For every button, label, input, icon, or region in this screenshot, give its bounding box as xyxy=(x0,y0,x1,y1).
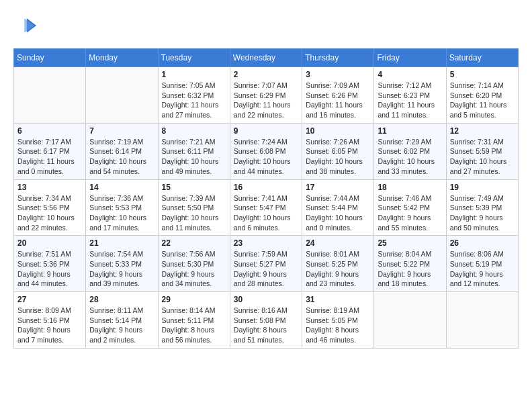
day-info: Sunrise: 8:16 AMSunset: 5:08 PMDaylight:… xyxy=(234,306,298,345)
day-number: 1 xyxy=(162,70,226,79)
calendar-cell: 29Sunrise: 8:14 AMSunset: 5:11 PMDayligh… xyxy=(158,292,230,349)
day-info: Sunrise: 7:54 AMSunset: 5:33 PMDaylight:… xyxy=(89,249,154,289)
day-info: Sunrise: 7:36 AMSunset: 5:53 PMDaylight:… xyxy=(89,193,154,233)
day-info: Sunrise: 7:17 AMSunset: 6:17 PMDaylight:… xyxy=(17,137,82,177)
day-number: 15 xyxy=(162,183,226,192)
calendar-cell: 16Sunrise: 7:41 AMSunset: 5:47 PMDayligh… xyxy=(230,179,302,236)
day-number: 21 xyxy=(89,238,154,248)
calendar-week-row: 20Sunrise: 7:51 AMSunset: 5:36 PMDayligh… xyxy=(14,236,519,292)
page-header xyxy=(13,13,519,38)
day-number: 11 xyxy=(378,126,442,136)
day-info: Sunrise: 7:31 AMSunset: 5:59 PMDaylight:… xyxy=(450,137,515,177)
calendar-cell: 26Sunrise: 8:06 AMSunset: 5:19 PMDayligh… xyxy=(446,236,518,292)
day-number: 16 xyxy=(234,183,298,192)
day-info: Sunrise: 8:11 AMSunset: 5:14 PMDaylight:… xyxy=(89,306,154,345)
logo-icon xyxy=(13,13,38,38)
day-number: 14 xyxy=(89,183,154,192)
day-number: 31 xyxy=(306,295,370,304)
calendar-cell: 25Sunrise: 8:04 AMSunset: 5:22 PMDayligh… xyxy=(374,236,446,292)
day-info: Sunrise: 8:04 AMSunset: 5:22 PMDaylight:… xyxy=(378,249,442,289)
calendar-cell: 18Sunrise: 7:46 AMSunset: 5:42 PMDayligh… xyxy=(374,179,446,236)
day-number: 25 xyxy=(378,238,442,248)
calendar-cell: 8Sunrise: 7:21 AMSunset: 6:11 PMDaylight… xyxy=(158,123,230,179)
weekday-header: Monday xyxy=(86,49,158,67)
calendar-week-row: 27Sunrise: 8:09 AMSunset: 5:16 PMDayligh… xyxy=(14,292,519,349)
calendar-week-row: 6Sunrise: 7:17 AMSunset: 6:17 PMDaylight… xyxy=(14,123,519,179)
calendar-cell: 17Sunrise: 7:44 AMSunset: 5:44 PMDayligh… xyxy=(302,179,374,236)
calendar-cell: 21Sunrise: 7:54 AMSunset: 5:33 PMDayligh… xyxy=(86,236,158,292)
day-info: Sunrise: 8:14 AMSunset: 5:11 PMDaylight:… xyxy=(162,306,226,345)
day-number: 13 xyxy=(17,183,82,192)
calendar-cell: 10Sunrise: 7:26 AMSunset: 6:05 PMDayligh… xyxy=(302,123,374,179)
day-number: 26 xyxy=(450,238,515,248)
day-number: 23 xyxy=(234,238,298,248)
weekday-header: Wednesday xyxy=(230,49,302,67)
day-info: Sunrise: 7:46 AMSunset: 5:42 PMDaylight:… xyxy=(378,193,442,233)
calendar-cell: 22Sunrise: 7:56 AMSunset: 5:30 PMDayligh… xyxy=(158,236,230,292)
day-number: 8 xyxy=(162,126,226,136)
day-info: Sunrise: 7:09 AMSunset: 6:26 PMDaylight:… xyxy=(306,81,370,120)
calendar-week-row: 1Sunrise: 7:05 AMSunset: 6:32 PMDaylight… xyxy=(14,67,519,124)
day-info: Sunrise: 7:29 AMSunset: 6:02 PMDaylight:… xyxy=(378,137,442,177)
calendar-cell: 30Sunrise: 8:16 AMSunset: 5:08 PMDayligh… xyxy=(230,292,302,349)
calendar-cell: 7Sunrise: 7:19 AMSunset: 6:14 PMDaylight… xyxy=(86,123,158,179)
weekday-header: Thursday xyxy=(302,49,374,67)
day-number: 20 xyxy=(17,238,82,248)
weekday-header: Sunday xyxy=(14,49,86,67)
calendar-cell: 28Sunrise: 8:11 AMSunset: 5:14 PMDayligh… xyxy=(86,292,158,349)
day-number: 3 xyxy=(306,70,370,79)
day-number: 7 xyxy=(89,126,154,136)
day-info: Sunrise: 7:14 AMSunset: 6:20 PMDaylight:… xyxy=(450,81,515,120)
logo xyxy=(13,13,40,38)
calendar-cell: 2Sunrise: 7:07 AMSunset: 6:29 PMDaylight… xyxy=(230,67,302,124)
day-number: 30 xyxy=(234,295,298,304)
day-info: Sunrise: 7:39 AMSunset: 5:50 PMDaylight:… xyxy=(162,193,226,233)
calendar-cell: 15Sunrise: 7:39 AMSunset: 5:50 PMDayligh… xyxy=(158,179,230,236)
day-info: Sunrise: 7:26 AMSunset: 6:05 PMDaylight:… xyxy=(306,137,370,177)
calendar-cell: 24Sunrise: 8:01 AMSunset: 5:25 PMDayligh… xyxy=(302,236,374,292)
day-info: Sunrise: 8:01 AMSunset: 5:25 PMDaylight:… xyxy=(306,249,370,289)
day-number: 17 xyxy=(306,183,370,192)
weekday-header-row: SundayMondayTuesdayWednesdayThursdayFrid… xyxy=(14,49,519,67)
day-number: 4 xyxy=(378,70,442,79)
day-info: Sunrise: 7:41 AMSunset: 5:47 PMDaylight:… xyxy=(234,193,298,233)
calendar-cell: 11Sunrise: 7:29 AMSunset: 6:02 PMDayligh… xyxy=(374,123,446,179)
day-info: Sunrise: 7:24 AMSunset: 6:08 PMDaylight:… xyxy=(234,137,298,177)
day-info: Sunrise: 7:07 AMSunset: 6:29 PMDaylight:… xyxy=(234,81,298,120)
calendar-cell xyxy=(374,292,446,349)
day-number: 9 xyxy=(234,126,298,136)
calendar-cell: 9Sunrise: 7:24 AMSunset: 6:08 PMDaylight… xyxy=(230,123,302,179)
calendar-week-row: 13Sunrise: 7:34 AMSunset: 5:56 PMDayligh… xyxy=(14,179,519,236)
day-info: Sunrise: 7:44 AMSunset: 5:44 PMDaylight:… xyxy=(306,193,370,233)
day-number: 28 xyxy=(89,295,154,304)
day-number: 19 xyxy=(450,183,515,192)
day-number: 6 xyxy=(17,126,82,136)
day-number: 10 xyxy=(306,126,370,136)
day-number: 27 xyxy=(17,295,82,304)
calendar-cell: 12Sunrise: 7:31 AMSunset: 5:59 PMDayligh… xyxy=(446,123,518,179)
day-info: Sunrise: 7:19 AMSunset: 6:14 PMDaylight:… xyxy=(89,137,154,177)
calendar-cell xyxy=(14,67,86,124)
calendar-cell: 19Sunrise: 7:49 AMSunset: 5:39 PMDayligh… xyxy=(446,179,518,236)
weekday-header: Saturday xyxy=(446,49,518,67)
calendar-cell: 13Sunrise: 7:34 AMSunset: 5:56 PMDayligh… xyxy=(14,179,86,236)
day-info: Sunrise: 8:06 AMSunset: 5:19 PMDaylight:… xyxy=(450,249,515,289)
day-info: Sunrise: 7:49 AMSunset: 5:39 PMDaylight:… xyxy=(450,193,515,233)
day-info: Sunrise: 7:56 AMSunset: 5:30 PMDaylight:… xyxy=(162,249,226,289)
day-info: Sunrise: 7:51 AMSunset: 5:36 PMDaylight:… xyxy=(17,249,82,289)
day-info: Sunrise: 7:12 AMSunset: 6:23 PMDaylight:… xyxy=(378,81,442,120)
day-number: 5 xyxy=(450,70,515,79)
calendar-cell: 6Sunrise: 7:17 AMSunset: 6:17 PMDaylight… xyxy=(14,123,86,179)
day-number: 18 xyxy=(378,183,442,192)
calendar-cell: 4Sunrise: 7:12 AMSunset: 6:23 PMDaylight… xyxy=(374,67,446,124)
calendar-cell: 14Sunrise: 7:36 AMSunset: 5:53 PMDayligh… xyxy=(86,179,158,236)
day-number: 2 xyxy=(234,70,298,79)
day-info: Sunrise: 7:05 AMSunset: 6:32 PMDaylight:… xyxy=(162,81,226,120)
calendar-cell: 3Sunrise: 7:09 AMSunset: 6:26 PMDaylight… xyxy=(302,67,374,124)
day-info: Sunrise: 7:21 AMSunset: 6:11 PMDaylight:… xyxy=(162,137,226,177)
day-number: 24 xyxy=(306,238,370,248)
day-number: 12 xyxy=(450,126,515,136)
day-info: Sunrise: 8:19 AMSunset: 5:05 PMDaylight:… xyxy=(306,306,370,345)
calendar-cell: 23Sunrise: 7:59 AMSunset: 5:27 PMDayligh… xyxy=(230,236,302,292)
calendar-cell: 27Sunrise: 8:09 AMSunset: 5:16 PMDayligh… xyxy=(14,292,86,349)
